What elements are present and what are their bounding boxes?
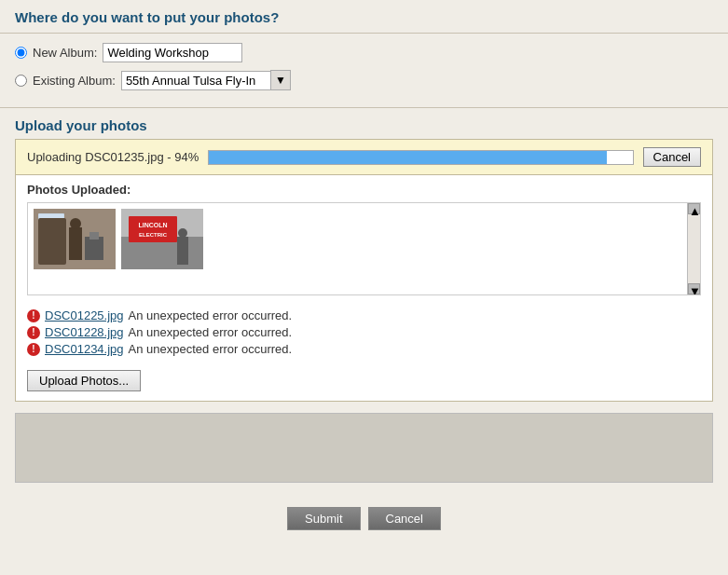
- error-link-1[interactable]: DSC01225.jpg: [45, 308, 124, 322]
- existing-album-radio[interactable]: [15, 75, 27, 87]
- svg-text:ELECTRIC: ELECTRIC: [139, 232, 168, 238]
- errors-section: ! DSC01225.jpg An unexpected error occur…: [16, 303, 712, 363]
- error-icon-1: !: [27, 309, 40, 322]
- progress-fill: [209, 151, 607, 164]
- error-icon-3: !: [27, 343, 40, 356]
- new-album-input[interactable]: [103, 43, 242, 62]
- existing-album-select-wrapper: ▼: [121, 70, 291, 90]
- svg-rect-3: [39, 214, 63, 233]
- existing-album-row: Existing Album: ▼: [15, 70, 713, 90]
- scrollbar-track[interactable]: ▲ ▼: [687, 203, 700, 294]
- cancel-upload-button[interactable]: Cancel: [643, 147, 701, 167]
- svg-rect-7: [89, 232, 99, 240]
- scrollbar-up-arrow[interactable]: ▲: [688, 203, 700, 214]
- progress-track: [208, 150, 633, 165]
- svg-point-16: [178, 228, 187, 238]
- error-link-3[interactable]: DSC01234.jpg: [45, 342, 124, 356]
- scrollbar-down-arrow[interactable]: ▼: [688, 283, 700, 294]
- svg-point-5: [70, 218, 81, 229]
- svg-rect-15: [177, 237, 188, 265]
- error-row-2: ! DSC01228.jpg An unexpected error occur…: [27, 325, 701, 339]
- upload-panel: Uploading DSC01235.jpg - 94% Cancel Phot…: [15, 139, 713, 402]
- gray-placeholder-area: [15, 413, 713, 483]
- main-question: Where do you want to put your photos?: [15, 9, 279, 25]
- new-album-label: New Album:: [33, 46, 97, 60]
- thumbnails-container: LINCOLN ELECTRIC ▲ ▼: [27, 202, 701, 295]
- thumbnail-2: LINCOLN ELECTRIC: [121, 209, 203, 269]
- cancel-bottom-button[interactable]: Cancel: [368, 507, 441, 530]
- upload-section-title: Upload your photos: [15, 117, 147, 133]
- page-wrapper: Where do you want to put your photos? Ne…: [0, 0, 728, 575]
- error-text-2: An unexpected error occurred.: [129, 325, 293, 339]
- thumbnail-1: [34, 209, 116, 269]
- new-album-radio[interactable]: [15, 47, 27, 59]
- upload-section-header: Upload your photos: [0, 108, 728, 139]
- error-link-2[interactable]: DSC01228.jpg: [45, 325, 124, 339]
- error-row-3: ! DSC01234.jpg An unexpected error occur…: [27, 342, 701, 356]
- progress-bar-row: Uploading DSC01235.jpg - 94% Cancel: [16, 140, 712, 175]
- existing-album-input[interactable]: [121, 71, 270, 90]
- photos-uploaded-section: Photos Uploaded:: [16, 175, 712, 303]
- upload-photos-button[interactable]: Upload Photos...: [27, 370, 141, 391]
- album-section: New Album: Existing Album: ▼: [0, 34, 728, 108]
- svg-text:LINCOLN: LINCOLN: [138, 222, 167, 228]
- submit-button[interactable]: Submit: [287, 507, 360, 530]
- bottom-buttons: Submit Cancel: [0, 494, 728, 545]
- photos-uploaded-label: Photos Uploaded:: [27, 183, 701, 197]
- progress-label: Uploading DSC01235.jpg - 94%: [27, 150, 199, 164]
- error-row-1: ! DSC01225.jpg An unexpected error occur…: [27, 308, 701, 322]
- error-text-3: An unexpected error occurred.: [129, 342, 293, 356]
- svg-rect-4: [69, 227, 82, 260]
- error-text-1: An unexpected error occurred.: [129, 308, 293, 322]
- error-icon-2: !: [27, 326, 40, 339]
- section-header: Where do you want to put your photos?: [0, 0, 728, 34]
- new-album-row: New Album:: [15, 43, 713, 62]
- existing-album-label: Existing Album:: [33, 74, 116, 88]
- svg-rect-6: [85, 237, 103, 260]
- existing-album-dropdown-btn[interactable]: ▼: [270, 70, 291, 90]
